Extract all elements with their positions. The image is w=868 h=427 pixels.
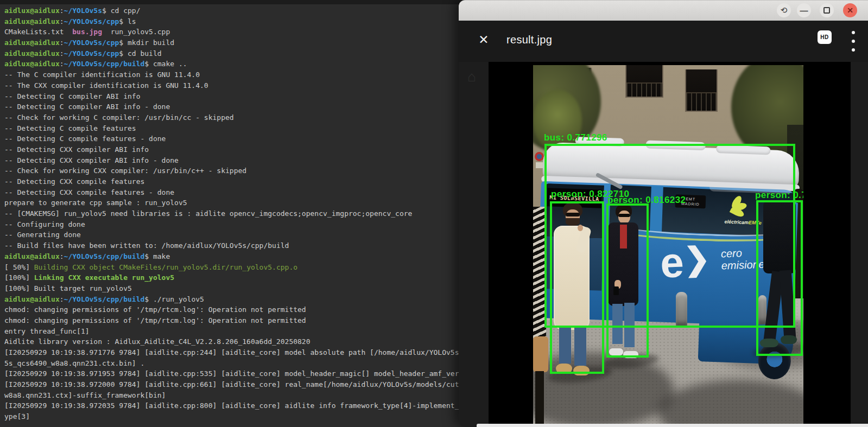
detection-box-person bbox=[756, 200, 803, 356]
partial-person-leg bbox=[535, 371, 544, 424]
bottom-strip bbox=[477, 424, 868, 427]
image-viewer-window: ⟲ — ✕ ✕ result.jpg HD ⌂ bbox=[459, 0, 868, 427]
detection-label: person: 0.778321 bbox=[755, 190, 803, 201]
viewer-header: ✕ result.jpg HD bbox=[459, 21, 868, 62]
close-icon: ✕ bbox=[847, 6, 853, 15]
refresh-icon[interactable]: ⟲ bbox=[777, 3, 791, 17]
maximize-icon bbox=[823, 7, 830, 14]
viewer-content: ⌂ bbox=[459, 62, 868, 427]
building-window bbox=[625, 65, 663, 98]
detection-box-person bbox=[550, 201, 604, 374]
tan-bag bbox=[533, 336, 548, 372]
detection-label: bus: 0.771296 bbox=[544, 132, 607, 143]
photo: M1 SOL⇄SEVILLA EMTMADRID eléctricamEMTe … bbox=[533, 65, 803, 424]
hd-badge: HD bbox=[818, 30, 832, 44]
maximize-button[interactable] bbox=[820, 3, 834, 17]
image-letterbox: M1 SOL⇄SEVILLA EMTMADRID eléctricamEMTe … bbox=[489, 62, 851, 424]
kebab-menu-icon[interactable] bbox=[851, 31, 856, 52]
page-title: result.jpg bbox=[506, 34, 552, 46]
window-titlebar: ⟲ — ✕ bbox=[459, 0, 868, 21]
building-window bbox=[685, 69, 718, 112]
close-preview-button[interactable]: ✕ bbox=[477, 33, 491, 47]
detection-box-person bbox=[606, 203, 649, 358]
home-icon: ⌂ bbox=[467, 68, 476, 85]
detection-label: person: 0.816232 bbox=[607, 195, 686, 206]
minimize-button[interactable]: — bbox=[797, 3, 811, 17]
close-window-button[interactable]: ✕ bbox=[843, 3, 857, 17]
